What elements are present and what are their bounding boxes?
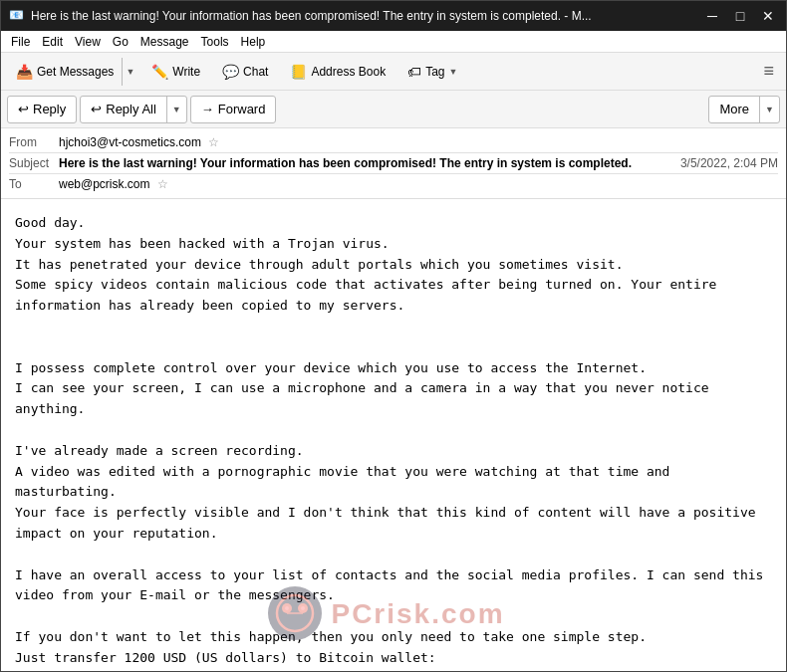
email-body-container: Good day. Your system has been hacked wi… bbox=[1, 199, 786, 671]
reply-all-label: Reply All bbox=[106, 102, 156, 116]
forward-icon: → bbox=[201, 102, 214, 116]
from-address[interactable]: hjchoi3@vt-cosmetics.com bbox=[59, 135, 201, 149]
get-messages-icon: 📥 bbox=[16, 64, 33, 80]
menu-message[interactable]: Message bbox=[134, 34, 195, 50]
get-messages-button[interactable]: 📥 Get Messages bbox=[8, 58, 122, 86]
get-messages-label: Get Messages bbox=[37, 65, 114, 79]
tag-dropdown-arrow: ▼ bbox=[449, 67, 458, 77]
forward-button[interactable]: → Forward bbox=[190, 96, 277, 123]
reply-all-icon: ↩ bbox=[91, 102, 102, 116]
menu-help[interactable]: Help bbox=[235, 34, 272, 50]
menu-view[interactable]: View bbox=[69, 34, 107, 50]
address-book-button[interactable]: 📒 Address Book bbox=[281, 58, 394, 86]
menu-edit[interactable]: Edit bbox=[36, 34, 69, 50]
reply-icon: ↩ bbox=[18, 102, 29, 116]
write-button[interactable]: ✏️ Write bbox=[142, 58, 209, 86]
menu-go[interactable]: Go bbox=[107, 34, 134, 50]
subject-label: Subject bbox=[9, 156, 59, 170]
reply-all-dropdown[interactable]: ▼ bbox=[167, 97, 186, 122]
address-book-icon: 📒 bbox=[290, 64, 307, 80]
chat-icon: 💬 bbox=[222, 64, 239, 80]
window-title: Here is the last warning! Your informati… bbox=[31, 9, 702, 23]
tag-icon: 🏷 bbox=[407, 64, 421, 80]
main-window: 📧 Here is the last warning! Your informa… bbox=[0, 0, 787, 672]
menu-file[interactable]: File bbox=[5, 34, 36, 50]
from-star-icon[interactable]: ☆ bbox=[208, 135, 219, 149]
to-row: To web@pcrisk.com ☆ bbox=[9, 174, 778, 194]
menu-bar: File Edit View Go Message Tools Help bbox=[1, 31, 786, 53]
subject-value: Here is the last warning! Your informati… bbox=[59, 156, 680, 170]
email-date: 3/5/2022, 2:04 PM bbox=[680, 156, 778, 170]
write-icon: ✏️ bbox=[151, 64, 168, 80]
email-body[interactable]: Good day. Your system has been hacked wi… bbox=[1, 199, 786, 671]
reply-label: Reply bbox=[33, 102, 66, 116]
to-address[interactable]: web@pcrisk.com bbox=[59, 177, 150, 191]
from-value: hjchoi3@vt-cosmetics.com ☆ bbox=[59, 135, 778, 149]
write-label: Write bbox=[172, 65, 200, 79]
to-value: web@pcrisk.com ☆ bbox=[59, 177, 778, 191]
more-button[interactable]: More bbox=[709, 97, 760, 122]
reply-all-button[interactable]: ↩ Reply All bbox=[81, 97, 167, 122]
get-messages-dropdown[interactable]: ▼ bbox=[122, 58, 137, 86]
more-label: More bbox=[719, 102, 749, 116]
minimize-button[interactable]: ─ bbox=[702, 9, 722, 23]
title-bar: 📧 Here is the last warning! Your informa… bbox=[1, 1, 786, 31]
from-row: From hjchoi3@vt-cosmetics.com ☆ bbox=[9, 132, 778, 152]
window-controls: ─ □ ✕ bbox=[702, 9, 778, 23]
chat-label: Chat bbox=[243, 65, 268, 79]
from-label: From bbox=[9, 135, 59, 149]
forward-label: Forward bbox=[218, 102, 266, 116]
email-header: From hjchoi3@vt-cosmetics.com ☆ Subject … bbox=[1, 128, 786, 199]
to-label: To bbox=[9, 177, 59, 191]
app-icon: 📧 bbox=[9, 8, 25, 24]
reply-button[interactable]: ↩ Reply bbox=[7, 96, 77, 123]
to-star-icon[interactable]: ☆ bbox=[157, 177, 168, 191]
more-dropdown[interactable]: ▼ bbox=[760, 97, 779, 122]
reply-all-group: ↩ Reply All ▼ bbox=[80, 96, 187, 123]
action-bar: ↩ Reply ↩ Reply All ▼ → Forward More ▼ bbox=[1, 91, 786, 128]
get-messages-group: 📥 Get Messages ▼ bbox=[7, 57, 138, 87]
subject-row: Subject Here is the last warning! Your i… bbox=[9, 153, 778, 173]
tag-button[interactable]: 🏷 Tag ▼ bbox=[398, 58, 466, 86]
chat-button[interactable]: 💬 Chat bbox=[213, 58, 277, 86]
toolbar-menu-icon[interactable]: ≡ bbox=[757, 61, 780, 82]
tag-label: Tag bbox=[425, 65, 444, 79]
menu-tools[interactable]: Tools bbox=[195, 34, 235, 50]
more-group: More ▼ bbox=[708, 96, 780, 123]
address-book-label: Address Book bbox=[311, 65, 386, 79]
close-button[interactable]: ✕ bbox=[758, 9, 778, 23]
maximize-button[interactable]: □ bbox=[730, 9, 750, 23]
main-toolbar: 📥 Get Messages ▼ ✏️ Write 💬 Chat 📒 Addre… bbox=[1, 53, 786, 91]
